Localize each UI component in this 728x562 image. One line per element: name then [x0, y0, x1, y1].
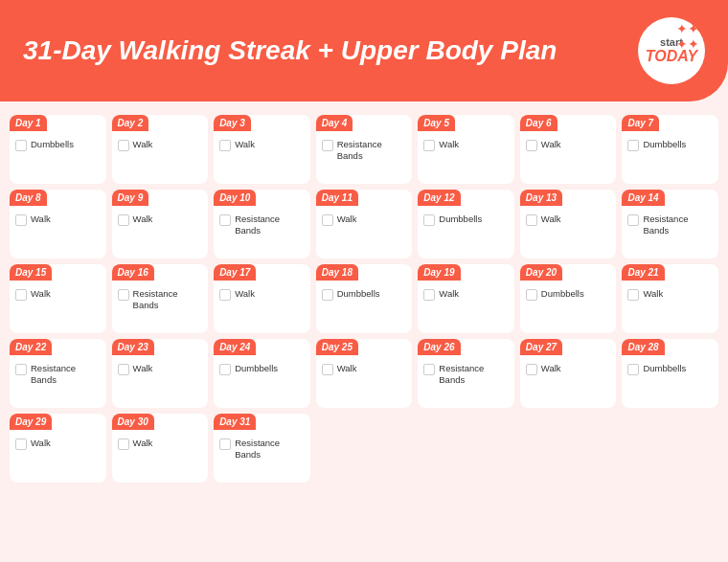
day-card[interactable]: Day 17Walk: [214, 264, 310, 333]
activity-text: Walk: [439, 288, 459, 300]
day-card[interactable]: Day 13Walk: [520, 190, 617, 259]
day-card[interactable]: Day 7Dumbbells: [622, 115, 718, 184]
day-card[interactable]: Day 12Dumbbells: [418, 190, 514, 259]
day-checkbox[interactable]: [15, 364, 27, 375]
day-card[interactable]: Day 10Resistance Bands: [214, 190, 310, 259]
day-checkbox[interactable]: [627, 289, 639, 301]
day-card[interactable]: Day 30Walk: [112, 414, 209, 483]
day-checkbox[interactable]: [219, 438, 231, 450]
activity-text: Walk: [235, 139, 255, 150]
day-card[interactable]: Day 20Dumbbells: [520, 264, 617, 333]
day-checkbox[interactable]: [526, 140, 537, 151]
day-label: Day 5: [418, 115, 455, 131]
activity-text: Walk: [541, 139, 561, 150]
day-checkbox[interactable]: [118, 289, 129, 301]
day-checkbox[interactable]: [118, 364, 129, 375]
day-checkbox[interactable]: [423, 364, 435, 375]
day-card[interactable]: Day 22Resistance Bands: [10, 339, 106, 408]
day-label: Day 13: [520, 190, 562, 206]
day-activity-row: Dumbbells: [520, 284, 617, 326]
day-card[interactable]: Day 6Walk: [520, 115, 617, 184]
day-label: Day 6: [520, 115, 557, 131]
activity-text: Walk: [439, 139, 459, 150]
day-activity-row: Walk: [10, 210, 106, 251]
day-card[interactable]: Day 15Walk: [10, 264, 106, 333]
day-card[interactable]: Day 24Dumbbells: [214, 339, 310, 408]
day-card[interactable]: Day 25Walk: [316, 339, 413, 408]
day-card[interactable]: Day 9Walk: [112, 190, 209, 259]
day-checkbox[interactable]: [15, 289, 27, 301]
day-card[interactable]: Day 27Walk: [520, 339, 617, 408]
day-label: Day 18: [316, 264, 358, 281]
day-card[interactable]: Day 8Walk: [10, 190, 106, 259]
day-checkbox[interactable]: [118, 140, 129, 151]
day-label: Day 31: [214, 414, 256, 430]
day-label: Day 10: [214, 190, 256, 206]
day-checkbox[interactable]: [423, 140, 435, 151]
day-checkbox[interactable]: [322, 364, 333, 375]
day-checkbox[interactable]: [15, 140, 27, 151]
day-checkbox[interactable]: [15, 214, 27, 226]
day-activity-row: Walk: [520, 210, 617, 251]
calendar-grid: Day 1DumbbellsDay 2WalkDay 3WalkDay 4Res…: [0, 115, 728, 492]
day-checkbox[interactable]: [15, 438, 27, 450]
day-label: Day 15: [10, 264, 52, 281]
day-card[interactable]: Day 11Walk: [316, 190, 413, 259]
day-card[interactable]: Day 31Resistance Bands: [214, 414, 310, 483]
day-checkbox[interactable]: [627, 140, 639, 151]
day-activity-row: Resistance Bands: [214, 434, 310, 475]
day-checkbox[interactable]: [526, 214, 537, 226]
activity-text: Resistance Bands: [439, 363, 509, 387]
day-checkbox[interactable]: [423, 289, 435, 301]
day-label: Day 29: [10, 414, 52, 430]
day-card[interactable]: Day 3Walk: [214, 115, 310, 184]
day-checkbox[interactable]: [322, 214, 333, 226]
day-checkbox[interactable]: [526, 289, 537, 301]
day-activity-row: Resistance Bands: [622, 210, 718, 251]
day-card[interactable]: Day 14Resistance Bands: [622, 190, 718, 259]
activity-text: Walk: [31, 214, 51, 225]
day-card[interactable]: Day 21Walk: [622, 264, 718, 333]
day-checkbox[interactable]: [219, 289, 231, 301]
activity-text: Walk: [337, 363, 357, 374]
day-activity-row: Walk: [214, 135, 310, 176]
day-activity-row: Walk: [112, 135, 209, 176]
activity-text: Walk: [541, 214, 561, 225]
day-card[interactable]: Day 26Resistance Bands: [418, 339, 514, 408]
day-checkbox[interactable]: [423, 214, 435, 226]
day-card[interactable]: Day 5Walk: [418, 115, 514, 184]
activity-text: Walk: [133, 139, 153, 150]
day-card[interactable]: Day 1Dumbbells: [10, 115, 106, 184]
day-card[interactable]: Day 19Walk: [418, 264, 514, 333]
activity-text: Walk: [337, 214, 357, 225]
day-checkbox[interactable]: [118, 438, 129, 450]
day-label: Day 14: [622, 190, 664, 206]
day-checkbox[interactable]: [526, 364, 537, 375]
day-card[interactable]: Day 16Resistance Bands: [112, 264, 209, 333]
day-checkbox[interactable]: [322, 140, 333, 151]
day-checkbox[interactable]: [219, 364, 231, 375]
day-label: Day 4: [316, 115, 353, 131]
day-card[interactable]: Day 29Walk: [10, 414, 106, 483]
day-label: Day 21: [622, 264, 664, 281]
activity-text: Dumbbells: [337, 288, 380, 300]
day-card[interactable]: Day 23Walk: [112, 339, 209, 408]
activity-text: Dumbbells: [541, 288, 584, 300]
activity-text: Resistance Bands: [337, 139, 407, 163]
day-checkbox[interactable]: [627, 214, 639, 226]
day-card[interactable]: Day 2Walk: [112, 115, 209, 184]
day-label: Day 24: [214, 339, 256, 355]
day-card[interactable]: Day 4Resistance Bands: [316, 115, 413, 184]
day-card[interactable]: Day 18Dumbbells: [316, 264, 413, 333]
day-checkbox[interactable]: [118, 214, 129, 226]
day-checkbox[interactable]: [219, 140, 231, 151]
day-checkbox[interactable]: [627, 364, 639, 375]
activity-text: Resistance Bands: [235, 214, 305, 237]
day-card[interactable]: Day 28Dumbbells: [622, 339, 718, 408]
day-label: Day 28: [622, 339, 664, 355]
day-checkbox[interactable]: [322, 289, 333, 301]
day-label: Day 22: [10, 339, 52, 355]
day-checkbox[interactable]: [219, 214, 231, 226]
activity-text: Walk: [133, 214, 153, 225]
day-activity-row: Dumbbells: [316, 284, 413, 326]
